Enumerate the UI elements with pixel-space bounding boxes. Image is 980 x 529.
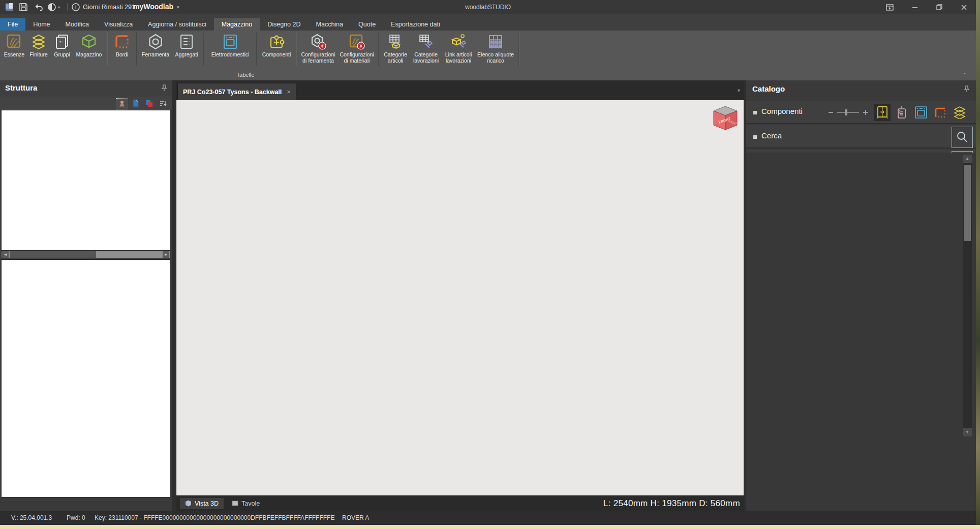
sort-icon[interactable]	[157, 98, 168, 108]
gridbox-icon	[387, 34, 404, 50]
scrollbar-thumb[interactable]	[964, 165, 971, 241]
filter-finishes-icon[interactable]	[952, 104, 968, 121]
menu-tab-quote[interactable]: Quote	[351, 18, 383, 31]
menu-tab-aggiorna-sostituisci[interactable]: Aggiorna / sostituisci	[140, 18, 214, 31]
ribbon-group-label: Tabelle	[237, 72, 255, 78]
wood-icon	[6, 34, 22, 50]
catalog-section-componenti[interactable]: Componenti	[746, 101, 976, 124]
svg-text:≈: ≈	[59, 39, 63, 46]
document-blue-icon[interactable]	[130, 98, 141, 108]
filter-drill-icon[interactable]	[894, 104, 910, 121]
ribbon-item-aggregati[interactable]: Aggregati	[172, 33, 201, 58]
desktop-edge-strip	[976, 0, 980, 525]
scroll-left-icon[interactable]: ◄	[2, 251, 9, 258]
swatch-icon[interactable]	[143, 98, 155, 108]
ribbon-item-categorie[interactable]: Categorie articoli	[382, 33, 409, 64]
viewport-bottom-bar: Vista 3D Tavole L: 2540mm H: 1935mm D: 5…	[176, 496, 744, 511]
menu-tab-disegno-2d[interactable]: Disegno 2D	[260, 18, 308, 31]
close-button[interactable]	[955, 2, 972, 13]
document-tab-close-icon[interactable]: ×	[287, 88, 291, 96]
search-icon[interactable]	[952, 127, 973, 148]
ribbon-item-elenco-aliquote[interactable]: Elenco aliquote ricarico	[475, 33, 516, 64]
tab-overflow-icon[interactable]: ▾	[738, 87, 740, 93]
scrollbar-thumb[interactable]	[10, 251, 96, 258]
machine-label: ROVER A	[342, 514, 369, 521]
pages-icon: ≈	[54, 34, 70, 50]
ribbon-item-essenze[interactable]: Essenze	[3, 33, 26, 58]
ribbon-item-ferramenta[interactable]: Ferramenta	[140, 33, 171, 58]
title-bar: ▾ i Giorni Rimasti 291 myWoodlab ▾ woodl…	[0, 0, 976, 14]
ribbon-group-separator	[378, 33, 379, 66]
section-label: Componenti	[761, 107, 803, 115]
menu-tab-modifica[interactable]: Modifica	[58, 18, 97, 31]
menu-tab-macchina[interactable]: Macchina	[309, 18, 351, 31]
gridhammer-icon	[418, 34, 434, 50]
cube-icon	[185, 500, 192, 507]
menu-tab-file[interactable]: File	[0, 18, 25, 31]
ribbon-item-categorie[interactable]: Categorie lavorazioni	[410, 33, 442, 64]
ribbon-item-label: Finiture	[29, 52, 47, 58]
ribbon-item-label: Aggregati	[175, 52, 198, 58]
3d-model-backwall[interactable]	[176, 100, 744, 495]
scroll-down-icon[interactable]: ▼	[963, 428, 972, 436]
pin-icon[interactable]	[964, 85, 970, 93]
ribbon-item-componenti[interactable]: Componenti	[260, 33, 293, 58]
ribbon-item-magazzino[interactable]: Magazzino	[74, 33, 104, 58]
section-bullet	[753, 111, 757, 114]
woodgear-icon: ✳	[349, 34, 365, 50]
filter-edge-icon[interactable]	[932, 104, 948, 121]
list-icon	[178, 34, 195, 50]
tree-horizontal-scrollbar[interactable]: ◄ ►	[1, 250, 170, 259]
restore-button[interactable]	[931, 2, 948, 13]
ribbon-item-label: Configurazioni di materiali	[340, 52, 374, 64]
ribbon-item-label: Ferramenta	[142, 52, 169, 58]
tab-vista-3d[interactable]: Vista 3D	[180, 498, 224, 509]
ribbon-group-separator	[136, 33, 137, 66]
3d-canvas[interactable]: FRONT RIGHT	[176, 100, 744, 496]
minimize-button[interactable]	[906, 2, 924, 13]
ribbon-group-separator	[518, 33, 519, 66]
box3d-icon	[81, 34, 97, 50]
view-cube[interactable]: FRONT RIGHT	[710, 103, 741, 132]
catalog-scrollbar[interactable]: ▲ ▼	[963, 155, 972, 436]
catalog-section-cerca[interactable]: Cerca	[746, 125, 976, 149]
menu-tab-home[interactable]: Home	[25, 18, 57, 31]
status-bar: V.: 25.04.001.3 Pwd: 0 Key: 231110007 - …	[0, 511, 976, 525]
viewport-area: PRJ Co23-057 Tysons - Backwall × ▾ FRONT…	[176, 80, 744, 511]
pin-user-icon[interactable]	[116, 98, 128, 109]
menu-tab-esportazione-dati[interactable]: Esportazione dati	[383, 18, 448, 31]
dock-window-button[interactable]	[881, 2, 898, 13]
filter-oven-icon[interactable]	[913, 104, 929, 121]
left-panel-tabs	[0, 497, 172, 511]
ribbon-item-label: Configurazioni di ferramenta	[301, 52, 335, 64]
menu-tab-visualizza[interactable]: Visualizza	[97, 18, 140, 31]
nutgear-icon: ✳	[310, 34, 326, 50]
ribbon-group-separator	[203, 33, 204, 66]
bottom-edge-strip	[0, 525, 980, 529]
catalog-header: Catalogo	[746, 80, 976, 100]
tab-tavole[interactable]: Tavole	[227, 498, 265, 509]
svg-text:✳: ✳	[320, 43, 324, 49]
filter-cabinet-icon[interactable]	[874, 104, 891, 121]
menu-tab-magazzino[interactable]: Magazzino	[214, 18, 260, 31]
pin-icon[interactable]	[161, 84, 167, 92]
ribbon-item-configurazioni[interactable]: ✳Configurazioni di ferramenta	[299, 33, 337, 64]
document-tab[interactable]: PRJ Co23-057 Tysons - Backwall ×	[177, 83, 296, 100]
menu-tab-bar: FileHomeModificaVisualizzaAggiorna / sos…	[0, 14, 976, 31]
pwd-label: Pwd: 0	[67, 514, 85, 521]
thumbnail-size-slider[interactable]	[828, 108, 870, 117]
scroll-up-icon[interactable]: ▲	[963, 155, 972, 163]
ribbon-item-configurazioni[interactable]: ✳Configurazioni di materiali	[338, 33, 376, 64]
ribbon-item-gruppi[interactable]: ≈Gruppi	[51, 33, 73, 58]
ribbon-item-bordi[interactable]: Bordi	[110, 33, 134, 58]
boxlink-icon	[450, 34, 467, 50]
ribbon-group-separator	[107, 33, 108, 66]
ribbon-item-finiture[interactable]: Finiture	[27, 33, 50, 58]
scroll-right-icon[interactable]: ►	[163, 251, 169, 258]
catalog-title: Catalogo	[752, 84, 785, 93]
ribbon-collapse-icon[interactable]: ⌃	[963, 72, 967, 78]
ribbon-group-separator	[256, 33, 257, 66]
license-key-label: Key: 231110007 - FFFFE000000000000000000…	[95, 514, 334, 521]
ribbon-item-link-articoli[interactable]: Link articoli lavorazioni	[443, 33, 474, 64]
ribbon-item-elettrodomestici[interactable]: Elettrodomestici	[207, 33, 254, 58]
